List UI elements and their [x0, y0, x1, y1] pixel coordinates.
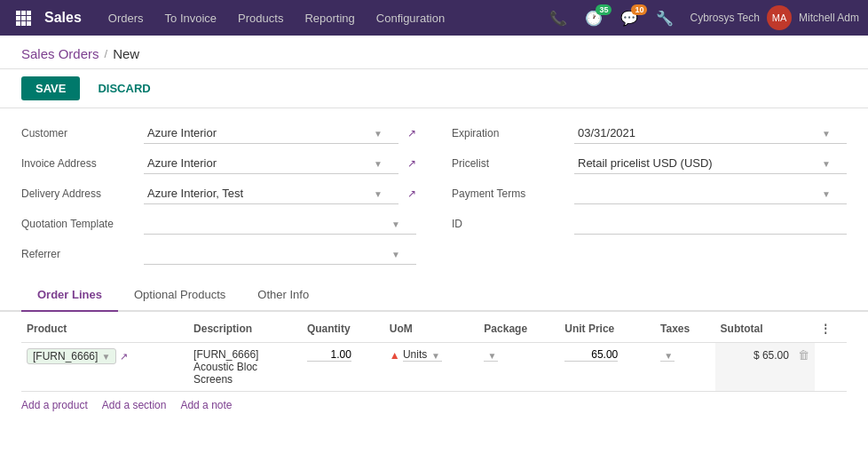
pricelist-input[interactable] — [574, 153, 847, 174]
form-row-invoice-address: Invoice Address ▼ ↗ — [21, 153, 416, 174]
nav-products[interactable]: Products — [229, 6, 292, 30]
svg-rect-3 — [16, 16, 20, 20]
row-extra-cell — [815, 343, 847, 392]
invoice-address-input[interactable] — [144, 153, 398, 174]
order-table: Product Description Quantity UoM Package… — [21, 315, 847, 392]
form-row-customer: Customer ▼ ↗ — [21, 123, 416, 144]
add-note-link[interactable]: Add a note — [180, 399, 232, 411]
svg-rect-5 — [27, 16, 31, 20]
product-tag-dropdown-icon: ▼ — [101, 352, 110, 362]
col-header-quantity: Quantity — [302, 315, 384, 343]
discard-button[interactable]: DISCARD — [87, 76, 161, 100]
chat-icon[interactable]: 💬 10 — [615, 8, 643, 28]
id-input-wrap — [574, 213, 847, 235]
save-button[interactable]: SAVE — [21, 76, 80, 100]
nav-icons: 📞 🕐 35 💬 10 🔧 Cybrosys Tech MA Mitchell … — [544, 5, 859, 30]
customer-input[interactable] — [144, 123, 398, 144]
package-select-wrap: ▼ — [484, 348, 498, 362]
add-links-bar: Add a product Add a section Add a note — [0, 392, 868, 418]
svg-rect-1 — [21, 11, 26, 15]
user-avatar[interactable]: MA — [767, 5, 792, 30]
customer-label: Customer — [21, 127, 137, 139]
add-product-link[interactable]: Add a product — [21, 399, 88, 411]
nav-to-invoice[interactable]: To Invoice — [156, 6, 226, 30]
unit-price-input[interactable] — [564, 348, 618, 362]
chat-badge: 10 — [631, 4, 647, 15]
uom-select[interactable]: Units — [403, 348, 442, 362]
delivery-address-input[interactable] — [144, 183, 398, 204]
col-header-package: Package — [478, 315, 559, 343]
taxes-select[interactable] — [660, 348, 675, 362]
order-lines-section: Product Description Quantity UoM Package… — [0, 315, 868, 392]
package-select[interactable] — [484, 348, 498, 362]
invoice-address-ext-link-icon[interactable]: ↗ — [407, 157, 416, 170]
subtotal-value: $ 65.00 — [754, 349, 789, 362]
app-title: Sales — [44, 10, 82, 26]
col-header-menu[interactable]: ⋮ — [815, 315, 847, 343]
product-cell: [FURN_6666] ▼ ↗ — [21, 343, 188, 392]
breadcrumb-separator: / — [105, 47, 108, 60]
form-row-expiration: Expiration ▼ — [452, 123, 847, 144]
quotation-template-input[interactable] — [144, 213, 416, 235]
product-tag[interactable]: [FURN_6666] ▼ — [27, 348, 116, 364]
quantity-input[interactable] — [307, 348, 351, 362]
delivery-address-ext-link-icon[interactable]: ↗ — [407, 187, 416, 200]
tabs-bar: Order Lines Optional Products Other Info — [0, 279, 868, 312]
description-cell: [FURN_6666] Acoustic Bloc Screens — [188, 343, 302, 392]
form-left-column: Customer ▼ ↗ Invoice Address ▼ ↗ Deliver… — [21, 123, 416, 265]
breadcrumb-parent[interactable]: Sales Orders — [21, 46, 99, 61]
invoice-address-input-wrap: ▼ — [144, 153, 398, 174]
pricelist-input-wrap: ▼ — [574, 153, 847, 174]
form-section: Customer ▼ ↗ Invoice Address ▼ ↗ Deliver… — [0, 108, 868, 279]
referrer-input-wrap: ▼ — [144, 243, 416, 265]
unit-price-cell — [559, 343, 655, 392]
form-right-column: Expiration ▼ Pricelist ▼ Payment Terms ▼… — [452, 123, 847, 265]
quotation-template-label: Quotation Template — [21, 218, 137, 230]
description-line1: [FURN_6666] — [193, 348, 296, 361]
col-header-product: Product — [21, 315, 188, 343]
svg-rect-7 — [21, 21, 26, 26]
pricelist-label: Pricelist — [452, 157, 567, 170]
form-row-delivery-address: Delivery Address ▼ ↗ — [21, 183, 416, 204]
expiration-input[interactable] — [574, 123, 847, 144]
customer-ext-link-icon[interactable]: ↗ — [407, 127, 416, 139]
svg-rect-0 — [16, 11, 20, 15]
description-line3: Screens — [193, 373, 296, 386]
tab-order-lines[interactable]: Order Lines — [21, 279, 118, 312]
id-input[interactable] — [574, 213, 847, 235]
grid-menu-icon[interactable] — [9, 4, 37, 32]
expiration-input-wrap: ▼ — [574, 123, 847, 144]
col-header-description: Description — [188, 315, 302, 343]
package-cell: ▼ — [478, 343, 559, 392]
delete-row-icon[interactable]: 🗑 — [798, 348, 809, 362]
product-tag-label: [FURN_6666] — [33, 350, 98, 362]
nav-configuration[interactable]: Configuration — [367, 6, 454, 30]
phone-icon[interactable]: 📞 — [544, 8, 572, 28]
taxes-cell: ▼ — [655, 343, 715, 392]
product-ext-link-icon[interactable]: ↗ — [120, 351, 128, 362]
form-row-pricelist: Pricelist ▼ — [452, 153, 847, 174]
clock-icon[interactable]: 🕐 35 — [580, 8, 608, 28]
tab-other-info[interactable]: Other Info — [241, 279, 325, 312]
svg-rect-2 — [27, 11, 31, 15]
nav-reporting[interactable]: Reporting — [296, 6, 363, 30]
payment-terms-input-wrap: ▼ — [574, 183, 847, 204]
payment-terms-input[interactable] — [574, 183, 847, 204]
top-navigation: Sales Orders To Invoice Products Reporti… — [0, 0, 868, 36]
wrench-icon[interactable]: 🔧 — [651, 8, 679, 28]
form-row-quotation-template: Quotation Template ▼ — [21, 213, 416, 235]
form-row-payment-terms: Payment Terms ▼ — [452, 183, 847, 204]
quantity-cell — [302, 343, 384, 392]
uom-cell: ▲ Units ▼ — [384, 343, 479, 392]
user-initials: MA — [772, 12, 787, 23]
quotation-template-input-wrap: ▼ — [144, 213, 416, 235]
tab-optional-products[interactable]: Optional Products — [118, 279, 241, 312]
breadcrumb-current: New — [113, 46, 139, 61]
nav-orders[interactable]: Orders — [99, 6, 153, 30]
col-header-taxes: Taxes — [655, 315, 715, 343]
svg-rect-4 — [21, 16, 26, 20]
clock-badge: 35 — [596, 4, 612, 15]
breadcrumb: Sales Orders / New — [0, 36, 868, 69]
referrer-input[interactable] — [144, 243, 416, 265]
add-section-link[interactable]: Add a section — [102, 399, 167, 411]
